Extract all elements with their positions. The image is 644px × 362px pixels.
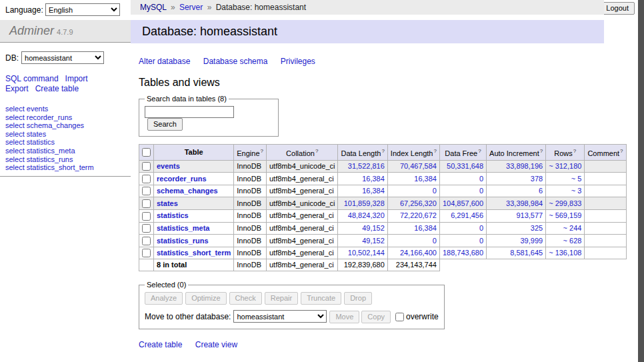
data-length-link[interactable]: 10,502,144 xyxy=(341,249,384,257)
column-help-link[interactable]: ? xyxy=(573,148,576,154)
sidebar-table-link[interactable]: select recorder_runs xyxy=(5,113,131,122)
breadcrumb-mysql-link[interactable]: MySQL xyxy=(140,3,167,12)
index-length-link[interactable]: 16,384 xyxy=(391,175,437,183)
create-table-sidebar-link[interactable]: Create table xyxy=(35,84,79,93)
auto-increment-link[interactable]: 325 xyxy=(489,224,543,233)
breadcrumb-server-link[interactable]: Server xyxy=(179,3,203,12)
row-checkbox[interactable] xyxy=(142,237,151,245)
auto-increment-link[interactable]: 33,898,196 xyxy=(489,162,543,171)
logout-button[interactable]: Logout xyxy=(600,2,635,15)
sidebar-table-link[interactable]: select states xyxy=(5,130,131,139)
import-link[interactable]: Import xyxy=(65,74,88,83)
data-free-link[interactable]: 0 xyxy=(443,237,483,245)
data-free-link[interactable]: 0 xyxy=(443,224,483,233)
alter-database-link[interactable]: Alter database xyxy=(139,57,190,66)
index-length-link[interactable]: 24,166,400 xyxy=(391,249,437,257)
column-help-link[interactable]: ? xyxy=(315,148,318,154)
app-name[interactable]: Adminer xyxy=(9,24,54,37)
column-help-link[interactable]: ? xyxy=(261,148,263,154)
language-select[interactable]: English xyxy=(45,3,120,16)
repair-button[interactable]: Repair xyxy=(265,292,298,305)
data-free-link[interactable]: 104,857,600 xyxy=(443,199,483,208)
table-name-link[interactable]: statistics_meta xyxy=(157,224,210,232)
data-free-link[interactable]: 6,291,456 xyxy=(443,211,483,220)
search-input[interactable] xyxy=(145,106,234,118)
index-length-link[interactable]: 67,256,320 xyxy=(391,199,437,208)
rows-link[interactable]: ~ 3 xyxy=(549,187,581,195)
scrollbar[interactable] xyxy=(638,0,644,362)
column-help-link[interactable]: ? xyxy=(433,148,436,154)
data-length-link[interactable]: 48,824,320 xyxy=(341,211,384,220)
column-help-link[interactable]: ? xyxy=(540,148,543,154)
auto-increment-link[interactable]: 913,577 xyxy=(489,211,543,220)
column-help-link[interactable]: ? xyxy=(478,148,481,154)
data-length-link[interactable]: 49,152 xyxy=(341,237,384,245)
data-free-link[interactable]: 0 xyxy=(443,175,483,183)
sql-command-link[interactable]: SQL command xyxy=(5,74,59,83)
table-name-link[interactable]: statistics_short_term xyxy=(157,249,231,257)
row-checkbox[interactable] xyxy=(142,187,151,195)
analyze-button[interactable]: Analyze xyxy=(145,292,183,305)
auto-increment-link[interactable]: 8,581,645 xyxy=(489,249,543,257)
export-link[interactable]: Export xyxy=(5,84,29,93)
data-free-link[interactable]: 50,331,648 xyxy=(443,162,483,171)
table-name-link[interactable]: recorder_runs xyxy=(157,175,207,183)
database-schema-link[interactable]: Database schema xyxy=(203,57,268,66)
data-length-link[interactable]: 16,384 xyxy=(341,187,384,195)
create-view-link[interactable]: Create view xyxy=(195,340,237,349)
data-free-link[interactable]: 188,743,680 xyxy=(443,249,483,257)
search-button[interactable]: Search xyxy=(147,118,183,131)
table-name-link[interactable]: states xyxy=(157,199,178,207)
data-length-link[interactable]: 101,859,328 xyxy=(341,199,384,208)
index-length-link[interactable]: 16,384 xyxy=(391,224,437,233)
row-checkbox[interactable] xyxy=(142,162,151,171)
scrollbar-thumb[interactable] xyxy=(638,0,644,362)
create-table-link[interactable]: Create table xyxy=(139,340,182,349)
rows-link[interactable]: ~ 244 xyxy=(549,224,581,233)
index-length-link[interactable]: 0 xyxy=(391,187,437,195)
optimize-button[interactable]: Optimize xyxy=(185,292,226,305)
truncate-button[interactable]: Truncate xyxy=(301,292,341,305)
select-all-checkbox[interactable] xyxy=(142,148,151,157)
sidebar-table-link[interactable]: select statistics xyxy=(5,138,131,147)
rows-link[interactable]: ~ 299,833 xyxy=(549,199,581,208)
table-name-link[interactable]: statistics_runs xyxy=(157,237,209,245)
auto-increment-link[interactable]: 39,999 xyxy=(489,237,543,245)
index-length-link[interactable]: 70,467,584 xyxy=(391,162,437,171)
rows-link[interactable]: ~ 136,108 xyxy=(549,249,581,257)
sidebar-table-link[interactable]: select events xyxy=(5,105,131,113)
rows-link[interactable]: ~ 628 xyxy=(549,237,581,245)
auto-increment-link[interactable]: 6 xyxy=(489,187,543,195)
column-help-link[interactable]: ? xyxy=(381,148,384,154)
data-length-link[interactable]: 31,522,816 xyxy=(341,162,384,171)
sidebar-table-link[interactable]: select statistics_meta xyxy=(5,147,131,155)
index-length-link[interactable]: 0 xyxy=(391,237,437,245)
sidebar-table-link[interactable]: select schema_changes xyxy=(5,121,131,130)
db-select[interactable]: homeassistant xyxy=(21,51,104,64)
sidebar-table-link[interactable]: select statistics_short_term xyxy=(5,163,131,172)
data-free-link[interactable]: 0 xyxy=(443,187,483,195)
column-help-link[interactable]: ? xyxy=(620,148,623,154)
move-db-select[interactable]: homeassistant xyxy=(233,310,327,323)
overwrite-checkbox[interactable] xyxy=(395,313,404,321)
rows-link[interactable]: ~ 312,180 xyxy=(549,162,581,171)
copy-button[interactable]: Copy xyxy=(361,311,391,323)
index-length-link[interactable]: 72,220,672 xyxy=(391,211,437,220)
check-button[interactable]: Check xyxy=(229,292,262,305)
table-name-link[interactable]: statistics xyxy=(157,211,189,219)
sidebar-table-link[interactable]: select statistics_runs xyxy=(5,155,131,164)
row-checkbox[interactable] xyxy=(142,199,151,208)
auto-increment-link[interactable]: 378 xyxy=(489,175,543,183)
data-length-link[interactable]: 16,384 xyxy=(341,175,384,183)
overwrite-label[interactable]: overwrite xyxy=(406,312,439,321)
table-name-link[interactable]: schema_changes xyxy=(157,187,218,195)
rows-link[interactable]: ~ 5 xyxy=(549,175,581,183)
row-checkbox[interactable] xyxy=(142,212,151,221)
data-length-link[interactable]: 49,152 xyxy=(341,224,384,233)
move-button[interactable]: Move xyxy=(329,311,359,323)
row-checkbox[interactable] xyxy=(142,224,151,233)
rows-link[interactable]: ~ 569,159 xyxy=(549,211,581,220)
row-checkbox[interactable] xyxy=(142,175,151,183)
privileges-link[interactable]: Privileges xyxy=(281,57,315,66)
drop-button[interactable]: Drop xyxy=(344,292,372,305)
